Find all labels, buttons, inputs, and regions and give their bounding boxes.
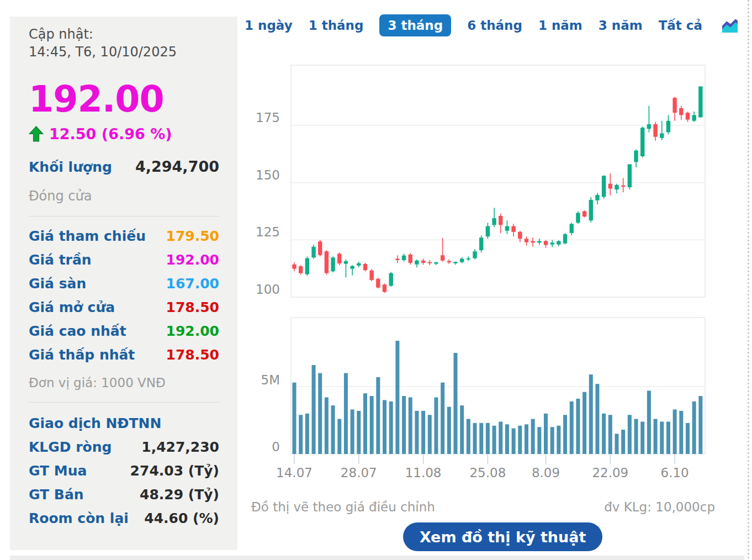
volume-value: 4,294,700: [135, 158, 219, 175]
row-value: 192.00: [166, 323, 219, 339]
row-label: Room còn lại: [29, 510, 129, 526]
foreign-trading-table: KLGD ròng 1,427,230 GT Mua 274.03 (Tỷ) G…: [29, 435, 219, 530]
table-row-low-price: Giá thấp nhất 178.50: [29, 343, 219, 367]
svg-text:175: 175: [256, 110, 280, 125]
foreign-trading-header: Giao dịch NĐTNN: [29, 411, 219, 435]
session-status: Đóng cửa: [29, 188, 219, 204]
price-change-value: 12.50 (6.96 %): [49, 125, 172, 142]
table-row-high-price: Giá cao nhất 192.00: [29, 319, 219, 343]
row-value: 178.50: [166, 299, 219, 315]
row-value: 178.50: [166, 347, 219, 363]
bottom-section-strip: [10, 556, 744, 560]
tab-tat-ca[interactable]: Tất cả: [659, 14, 702, 36]
svg-text:8.09: 8.09: [532, 466, 560, 480]
row-value: 192.00: [166, 252, 219, 268]
row-value: 179.50: [166, 228, 219, 244]
row-label: Giá thấp nhất: [29, 347, 135, 363]
tab-1-nam[interactable]: 1 năm: [538, 14, 582, 36]
row-label: Giá cao nhất: [29, 323, 126, 339]
row-value: 48.29 (Tỷ): [140, 487, 219, 503]
updated-caption: Cập nhật:: [29, 25, 219, 43]
svg-text:100: 100: [256, 282, 280, 297]
row-label: Giá tham chiếu: [29, 228, 146, 244]
svg-text:150: 150: [256, 168, 280, 182]
row-value: 1,427,230: [141, 439, 219, 455]
table-row-floor-price: Giá sàn 167.00: [29, 272, 219, 295]
divider: [29, 402, 219, 403]
area-chart-icon[interactable]: [721, 17, 739, 34]
svg-text:28.07: 28.07: [341, 466, 377, 480]
divider: [29, 216, 219, 216]
row-label: Giá mở cửa: [29, 299, 115, 315]
svg-text:125: 125: [256, 225, 280, 239]
price-change-row: 12.50 (6.96 %): [29, 125, 219, 142]
tab-1-ngay[interactable]: 1 ngày: [245, 14, 293, 36]
table-row-sell-value: GT Bán 48.29 (Tỷ): [29, 483, 219, 506]
svg-text:11.08: 11.08: [405, 466, 442, 480]
scrollbar[interactable]: [748, 0, 749, 560]
row-label: Giá trần: [29, 252, 92, 268]
svg-text:14.07: 14.07: [276, 466, 313, 480]
svg-text:6.10: 6.10: [661, 466, 689, 480]
table-row-ceiling-price: Giá trần 192.00: [29, 248, 219, 272]
svg-text:22.09: 22.09: [592, 466, 628, 480]
last-price: 192.00: [29, 78, 219, 120]
row-value: 167.00: [166, 276, 219, 292]
svg-text:25.08: 25.08: [469, 466, 506, 480]
table-row-room-left: Room còn lại 44.60 (%): [29, 506, 219, 530]
row-label: GT Bán: [29, 487, 84, 503]
table-row-open-price: Giá mở cửa 178.50: [29, 295, 219, 319]
volume-row: Khối lượng 4,294,700: [29, 158, 219, 175]
arrow-up-icon: [29, 126, 44, 142]
table-row-buy-value: GT Mua 274.03 (Tỷ): [29, 459, 219, 483]
table-row-net-volume: KLGD ròng 1,427,230: [29, 435, 219, 459]
tab-1-thang[interactable]: 1 tháng: [309, 14, 364, 36]
svg-text:5M: 5M: [261, 373, 280, 387]
row-value: 274.03 (Tỷ): [130, 463, 219, 479]
updated-label: Cập nhật: 14:45, T6, 10/10/2025: [29, 25, 219, 61]
quote-panel: Cập nhật: 14:45, T6, 10/10/2025 192.00 1…: [10, 17, 237, 550]
row-value: 44.60 (%): [144, 510, 219, 526]
updated-time: 14:45, T6, 10/10/2025: [29, 43, 219, 61]
volume-label: Khối lượng: [29, 159, 112, 175]
tab-3-nam[interactable]: 3 năm: [599, 14, 643, 36]
row-label: GT Mua: [29, 463, 87, 479]
price-unit-note: Đơn vị giá: 1000 VNĐ: [29, 376, 219, 390]
time-range-tabs: 1 ngày 1 tháng 3 tháng 6 tháng 1 năm 3 n…: [245, 14, 739, 36]
price-table: Giá tham chiếu 179.50 Giá trần 192.00 Gi…: [29, 224, 219, 367]
row-label: KLGD ròng: [29, 439, 112, 455]
svg-text:0: 0: [272, 440, 280, 454]
adjusted-price-note: Đồ thị vẽ theo giá điều chỉnh: [251, 500, 435, 514]
technical-chart-button[interactable]: Xem đồ thị kỹ thuật: [403, 522, 602, 551]
tab-3-thang-selected[interactable]: 3 tháng: [379, 14, 451, 36]
tab-6-thang[interactable]: 6 tháng: [467, 14, 522, 36]
row-label: Giá sàn: [29, 276, 86, 292]
table-row-ref-price: Giá tham chiếu 179.50: [29, 224, 219, 248]
volume-unit-note: đv KLg: 10,000cp: [604, 500, 715, 514]
